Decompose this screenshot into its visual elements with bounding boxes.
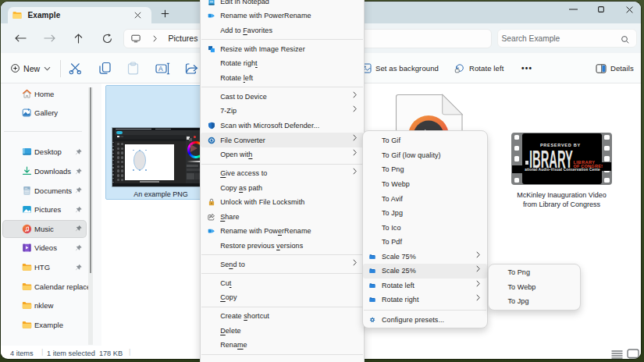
svg-text:A: A <box>158 65 163 73</box>
